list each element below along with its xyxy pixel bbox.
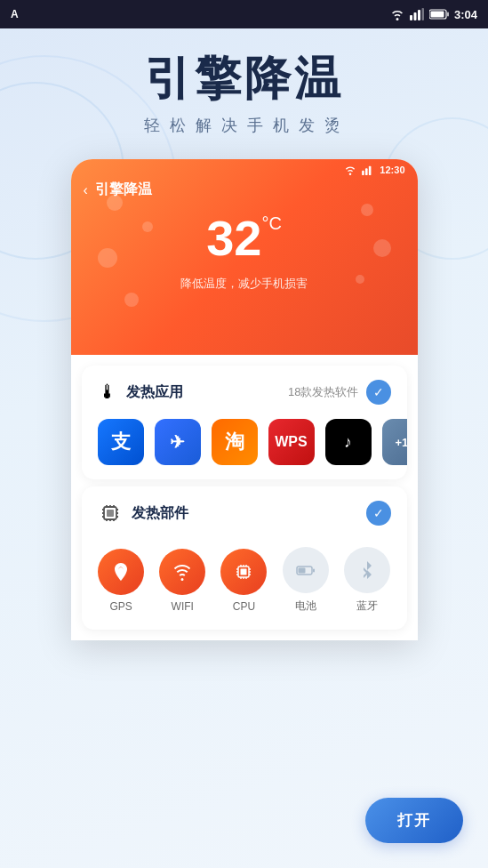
comp-label-wifi: WIFI [172,600,194,613]
hero-subtitle: 轻 松 解 决 手 机 发 烫 [18,115,470,136]
bubble-4 [361,204,373,216]
hot-components-check: ✓ [366,501,391,526]
bubble-2 [142,221,153,232]
comp-item-gps: GPS [98,549,144,613]
phone-nav-title: 引擎降温 [95,181,152,199]
status-bar: A 3:04 [0,0,488,28]
app-icon: A [11,8,19,20]
hot-apps-badge: 18款发热软件 ✓ [288,380,390,405]
hot-apps-title: 发热应用 [126,383,183,402]
hot-components-icon [98,501,123,526]
comp-icon-cpu [220,549,267,595]
hot-apps-header-left: 🌡 发热应用 [98,381,183,404]
svg-rect-0 [410,15,412,20]
svg-rect-41 [298,568,305,574]
svg-rect-11 [107,510,114,517]
comp-label-bluetooth: 蓝牙 [356,599,378,614]
comp-item-battery: 电池 [283,547,329,614]
svg-rect-26 [241,568,247,575]
phone-nav: ‹ 引擎降温 [71,175,418,199]
hot-apps-count: 18款发热软件 [288,384,358,400]
main-content: 引擎降温 轻 松 解 决 手 机 发 烫 [0,28,488,868]
app-icon-more: +12 [382,419,407,465]
hero-title: 引擎降温 [18,53,470,104]
status-right: 3:04 [390,8,477,21]
svg-rect-7 [363,171,365,175]
svg-rect-8 [365,168,368,175]
phone-temp-desc: 降低温度，减少手机损害 [71,276,418,292]
svg-rect-1 [413,12,416,20]
comp-item-cpu: CPU [220,549,267,613]
phone-wifi-icon [344,165,356,175]
comp-item-wifi: WIFI [159,549,205,613]
comp-label-battery: 电池 [295,599,316,614]
svg-rect-5 [430,12,444,18]
status-left: A [11,8,19,20]
phone-inner-status: 12:30 [71,159,418,175]
comp-label-cpu: CPU [233,600,255,613]
hot-apps-header: 🌡 发热应用 18款发热软件 ✓ [82,366,407,419]
hot-apps-card: 🌡 发热应用 18款发热软件 ✓ 支 ✈ 淘 WPS ♪ +12 [82,366,407,479]
signal-icon [410,8,424,20]
app-icons-row: 支 ✈ 淘 WPS ♪ +12 [82,419,407,479]
phone-time: 12:30 [380,165,404,175]
hot-components-header-left: 发热部件 [98,501,188,526]
comp-icon-battery [283,547,329,593]
svg-rect-40 [313,569,315,573]
hot-components-card: 发热部件 ✓ GPS [82,486,407,630]
phone-nav-back: ‹ [84,182,88,198]
bubble-3 [98,248,117,268]
app-icon-taobao: 淘 [212,419,258,465]
phone-temp-unit: °C [261,213,281,233]
bubble-6 [356,275,364,284]
hot-apps-icon: 🌡 [98,381,117,404]
comp-icon-bluetooth [344,547,390,593]
comp-item-bluetooth: 蓝牙 [344,547,390,614]
bubble-7 [124,293,139,307]
app-icon-alipay: 支 [98,419,144,465]
phone-signal-icon [362,165,374,175]
hot-components-header: 发热部件 ✓ [82,486,407,540]
phone-temperature: 32 [206,213,261,263]
hot-components-title: 发热部件 [132,504,188,523]
bubble-5 [373,239,391,257]
app-icon-douyin: ♪ [325,419,372,465]
svg-rect-3 [421,8,424,20]
hero-section: 引擎降温 轻 松 解 决 手 机 发 烫 [0,28,488,150]
status-time: 3:04 [454,8,477,21]
battery-icon [429,9,449,20]
svg-rect-2 [418,10,420,20]
comp-icon-gps [98,549,144,595]
hot-components-badge: ✓ [366,501,391,526]
comp-label-gps: GPS [109,600,132,613]
phone-mockup: 12:30 ‹ 引擎降温 32°C 降低温度，减少手机损害 🌡 [71,159,418,640]
phone-mockup-wrapper: 12:30 ‹ 引擎降温 32°C 降低温度，减少手机损害 🌡 [0,159,488,640]
hot-apps-check: ✓ [366,380,391,405]
comp-icon-wifi [159,549,205,595]
app-icon-wps: WPS [268,419,315,465]
svg-rect-9 [369,166,372,175]
phone-header: 12:30 ‹ 引擎降温 32°C 降低温度，减少手机损害 [71,159,418,355]
wifi-icon [390,8,404,20]
open-button[interactable]: 打开 [365,798,463,843]
bubble-1 [107,195,123,211]
app-icon-feishu: ✈ [155,419,201,465]
component-icons-row: GPS WIFI [82,540,407,630]
svg-rect-6 [447,12,449,17]
